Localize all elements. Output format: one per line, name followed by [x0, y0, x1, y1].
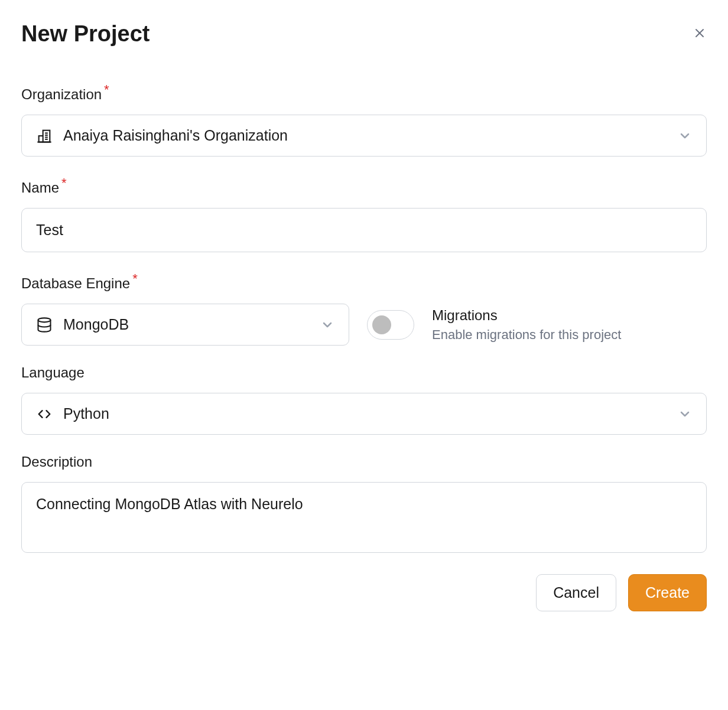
organization-select[interactable]: Anaiya Raisinghani's Organization [21, 115, 707, 157]
description-input[interactable] [21, 482, 707, 553]
migrations-title: Migrations [432, 307, 621, 324]
name-label: Name* [21, 175, 707, 196]
dialog-title: New Project [21, 21, 150, 47]
database-engine-label: Database Engine* [21, 271, 707, 292]
database-engine-select[interactable]: MongoDB [21, 304, 349, 346]
name-input[interactable] [21, 208, 707, 252]
language-label: Language [21, 364, 707, 381]
migrations-subtitle: Enable migrations for this project [432, 327, 621, 343]
required-asterisk: * [104, 82, 109, 97]
migrations-text: Migrations Enable migrations for this pr… [432, 307, 621, 343]
organization-value: Anaiya Raisinghani's Organization [63, 127, 678, 144]
organization-label: Organization* [21, 82, 707, 103]
svg-rect-2 [43, 130, 50, 142]
building-icon [36, 128, 53, 144]
chevron-down-icon [678, 407, 692, 421]
cancel-button[interactable]: Cancel [536, 574, 616, 611]
close-button[interactable] [693, 26, 707, 43]
code-icon [36, 406, 53, 422]
chevron-down-icon [320, 318, 334, 332]
description-label: Description [21, 454, 707, 470]
toggle-knob [372, 315, 391, 334]
language-select[interactable]: Python [21, 393, 707, 435]
chevron-down-icon [678, 129, 692, 143]
database-engine-value: MongoDB [63, 316, 320, 333]
close-icon [693, 26, 707, 40]
database-icon [36, 317, 53, 333]
required-asterisk: * [61, 175, 67, 190]
migrations-toggle[interactable] [367, 310, 414, 340]
svg-point-8 [38, 318, 51, 322]
required-asterisk: * [132, 271, 138, 286]
create-button[interactable]: Create [628, 574, 707, 611]
language-value: Python [63, 405, 678, 422]
